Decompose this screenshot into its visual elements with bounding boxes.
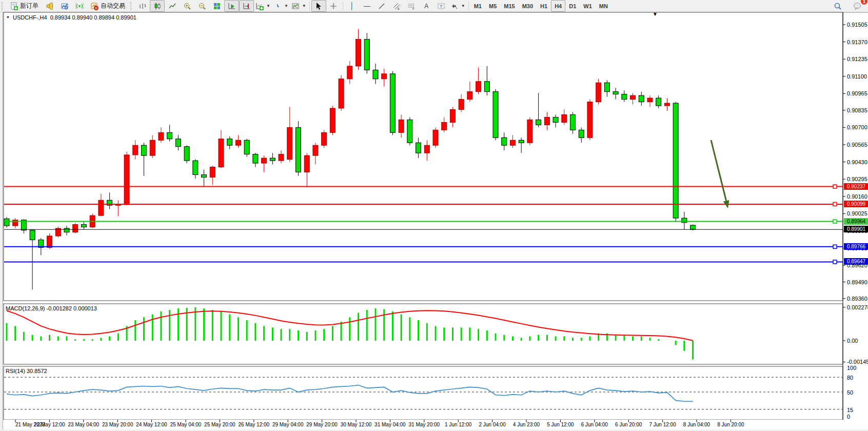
time-tick-label: 23 May 20:00 [102,422,133,427]
macd-title: MACD(12,26,9) [6,305,45,311]
rsi-axis-label: 15 [847,407,853,413]
macd-histogram-bar [529,336,530,341]
candle-body [219,139,224,167]
candle-body [133,145,138,155]
macd-histogram-bar [486,330,488,341]
scroll-to-end-marker[interactable]: ▼ [653,11,658,17]
macd-histogram-bar [298,330,299,341]
hline-anchor-marker[interactable] [833,202,837,206]
macd-histogram-bar [452,327,453,341]
macd-histogram-bar [306,332,308,341]
macd-histogram-bar [74,339,76,341]
macd-histogram-bar [512,336,514,341]
candle-body [476,82,481,92]
rsi-value: 30.8572 [27,368,47,374]
macd-label-row: MACD(12,26,9) -0.001282 0.000013 [6,305,97,311]
candle-body [664,103,669,106]
candle-body [382,74,387,79]
macd-histogram-bar [66,336,68,341]
time-tick-label: 31 May 04:00 [374,422,406,427]
macd-histogram-bar [23,332,25,341]
chart-title: ▼USDCHF-,H4 0.89934 0.89940 0.89894 0.89… [6,14,136,21]
macd-histogram-bar [57,336,59,341]
price-tick-label: 0.91505 [847,22,867,28]
macd-histogram-bar [212,310,213,341]
candle-body [313,145,318,155]
time-tick-label: 25 May 20:00 [204,422,235,427]
rsi-title: RSI(14) [6,368,25,374]
candle-body [502,138,507,145]
macd-histogram-bar [443,327,445,341]
candle-body [570,114,576,130]
macd-histogram-bar [83,339,85,341]
candle-body [150,140,155,155]
time-tick-label: 5 Jun 12:00 [547,422,574,427]
macd-histogram-bar [323,329,325,341]
macd-histogram-bar [152,315,153,341]
macd-histogram-bar [581,338,582,341]
time-tick-label: 31 May 20:00 [408,422,440,427]
hline-price-tag: 0.90237 [844,183,868,190]
macd-histogram-bar [409,317,410,341]
hline-anchor-marker[interactable] [833,245,837,248]
time-tick-label: 23 May 04:00 [68,422,99,427]
hline-anchor-marker[interactable] [833,260,837,264]
candle-body [30,230,35,240]
candle-body [613,92,618,94]
price-tick-label: 0.90025 [847,210,867,217]
candle-body [604,83,609,91]
candle-body [536,120,541,125]
symbol-timeframe-label: USDCHF-,H4 [13,14,47,21]
candle-body [175,139,181,147]
candle-body [484,82,489,92]
candle-body [691,225,696,229]
macd-histogram-bar [263,326,265,341]
candle-body [279,154,284,161]
candle-body [227,139,232,145]
hline-anchor-marker[interactable] [833,220,837,223]
price-tick-label: 0.91235 [847,56,867,62]
time-tick-label: 6 Jun 04:00 [581,422,608,427]
candle-body [73,225,78,232]
candle-body [424,145,429,153]
macd-histogram-bar [418,320,419,341]
rsi-axis-label: 80 [847,375,853,381]
macd-histogram-bar [254,323,256,341]
macd-histogram-bar [374,308,376,341]
macd-histogram-bar [40,336,42,341]
macd-histogram-bar [160,311,162,341]
macd-histogram-bar [649,338,651,341]
candle-body [202,174,207,177]
candle-body [450,110,455,123]
price-tick-label: 0.90430 [847,159,867,165]
macd-histogram-bar [272,327,273,341]
time-tick-label: 29 May 20:00 [306,422,338,427]
symbol-dropdown-icon[interactable]: ▼ [6,15,10,19]
candle-body [115,205,121,205]
hline-anchor-marker[interactable] [833,185,837,188]
candle-body [433,130,438,145]
candle-body [407,120,412,143]
macd-histogram-bar [503,335,505,341]
time-tick-label: 1 Jun 12:00 [445,422,471,427]
time-tick-label: 4 Jun 23:00 [513,422,540,427]
macd-histogram-bar [383,309,385,341]
macd-axis-label: 0.00 [847,338,858,344]
candle-body [47,236,52,247]
macd-histogram-bar [358,313,359,341]
candle-body [304,155,309,172]
candle-body [287,127,292,159]
macd-histogram-bar [692,341,694,360]
macd-histogram-bar [221,311,222,341]
macd-axis-label: 0.002278 [847,304,868,310]
candle-body [673,103,678,218]
chart-graphics [0,0,868,431]
hline-price-tag: 0.89964 [844,218,868,225]
candle-body [562,114,567,122]
macd-histogram-bar [6,323,8,341]
time-tick-label: 8 Jun 20:00 [717,422,744,427]
price-tick-label: 0.90565 [847,142,867,148]
macd-histogram-bar [341,322,342,341]
macd-histogram-bar [203,308,205,341]
macd-histogram-bar [546,335,548,341]
